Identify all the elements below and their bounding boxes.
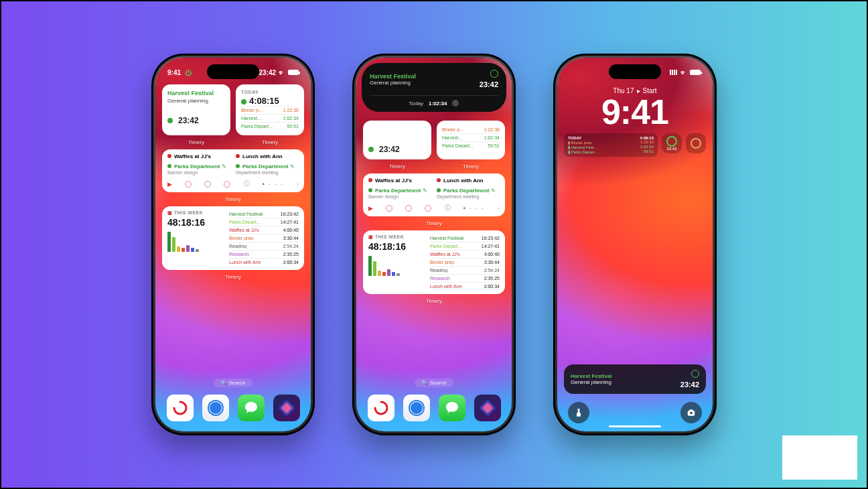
app-icon-safari[interactable] bbox=[403, 395, 430, 421]
lock-widget-timer-ring[interactable]: 23:42 bbox=[662, 133, 682, 153]
page-dots: • · · · bbox=[263, 181, 284, 188]
widget-week-report[interactable]: ▣ THIS WEEK 48:18:16 Harvest Festival16:… bbox=[162, 206, 304, 270]
info-icon[interactable]: ⓘ bbox=[445, 204, 451, 212]
today-item: Harvest…1:02:34 bbox=[241, 114, 299, 122]
home-widgets: 23:42 Binder p…1:22:30 Harvest…1:02:34 P… bbox=[356, 58, 512, 431]
saved-timer[interactable]: Parks Department ✎Banner design bbox=[167, 163, 230, 176]
page-dots: • · · · bbox=[463, 205, 485, 212]
widget-saved-timers[interactable]: Waffles at JJ's Parks Department ✎Banner… bbox=[162, 149, 304, 192]
camera-button[interactable] bbox=[680, 402, 702, 423]
circle-icon bbox=[236, 154, 240, 158]
today-item: Parks Department59:51 bbox=[442, 141, 500, 149]
ring-icon bbox=[666, 136, 677, 147]
record-icon bbox=[368, 147, 374, 152]
saved-timer[interactable]: Parks Department ✎Department meeting bbox=[437, 188, 500, 200]
stop-icon[interactable] bbox=[691, 370, 699, 378]
widget-current-timer[interactable]: 23:42 bbox=[363, 121, 431, 159]
app-icon-shortcuts[interactable] bbox=[273, 395, 300, 421]
lock-time: 9:41 bbox=[557, 94, 713, 129]
timer-icon[interactable] bbox=[224, 181, 230, 188]
app-icon-safari[interactable] bbox=[202, 395, 229, 421]
week-item: Reading2:54:24 bbox=[229, 242, 299, 250]
lock-live-activity[interactable]: Harvest Festival General planning 23:42 bbox=[564, 364, 706, 394]
today-item: Binder p…1:22:30 bbox=[241, 106, 299, 114]
today-item: Parks Department59:51 bbox=[241, 122, 299, 130]
timer-icon[interactable] bbox=[425, 205, 431, 212]
week-bar-chart bbox=[368, 255, 425, 276]
saved-timer[interactable]: Parks Department ✎Banner design bbox=[368, 188, 431, 200]
home-indicator[interactable] bbox=[609, 425, 661, 427]
phone-homescreen: 9:41 ⏻ 23:42 ᯤ Harvest Festival General … bbox=[151, 54, 315, 435]
saved-timer[interactable]: Waffles at JJ's bbox=[167, 153, 230, 159]
today-item: Binder p…1:22:30 bbox=[442, 126, 500, 133]
week-item: Research2:35:25 bbox=[229, 250, 299, 258]
widget-current-timer[interactable]: Harvest Festival General planning 23:42 bbox=[162, 84, 230, 135]
saved-timer[interactable]: Waffles at JJ's bbox=[368, 178, 431, 184]
ring-icon bbox=[691, 138, 701, 149]
widget-today-summary[interactable]: TODAY 4:08:15 Binder p…1:22:30 Harvest…1… bbox=[236, 84, 304, 135]
app-icon-timery[interactable] bbox=[368, 395, 394, 421]
saved-timer[interactable]: Lunch with Ann bbox=[437, 178, 500, 184]
play-icon[interactable]: ▶ bbox=[368, 205, 373, 212]
svg-point-16 bbox=[690, 412, 693, 415]
circle-icon bbox=[167, 154, 171, 158]
timer-icon[interactable] bbox=[185, 181, 192, 188]
more-icon[interactable]: › bbox=[297, 181, 299, 188]
circle-icon bbox=[167, 164, 171, 168]
spotlight-search[interactable]: 🔍 Search bbox=[415, 378, 453, 387]
flashlight-button[interactable] bbox=[568, 402, 589, 423]
week-item: Waffles at JJ's4:00:40 bbox=[229, 226, 299, 234]
app-icon-messages[interactable] bbox=[439, 395, 465, 421]
info-icon[interactable]: ⓘ bbox=[244, 180, 250, 188]
widget-week-report[interactable]: ▣ THIS WEEK 48:18:16 Harvest Festival16:… bbox=[363, 230, 505, 294]
week-bar-chart bbox=[167, 230, 224, 252]
timer-icon[interactable] bbox=[204, 181, 211, 188]
phone-lockscreen: ᯤ Thu 17 ▸ Start 9:41 TODAY4:08:15 bbox=[553, 54, 717, 435]
lock-widget-extra[interactable] bbox=[686, 133, 706, 153]
record-icon bbox=[167, 118, 173, 123]
widget-saved-timers[interactable]: Waffles at JJ's Parks Department ✎Banner… bbox=[363, 173, 505, 216]
app-icon-timery[interactable] bbox=[167, 395, 194, 421]
dock bbox=[162, 391, 304, 425]
phone-dynamic-island-expanded: Harvest Festival General planning 23:42 … bbox=[352, 54, 516, 435]
lock-widget-today[interactable]: TODAY4:08:15 ▮ Binder prep1:22:30 ▮ Harv… bbox=[564, 133, 658, 157]
saved-timer[interactable]: Lunch with Ann bbox=[236, 153, 299, 159]
timer-icon[interactable] bbox=[386, 205, 392, 212]
spotlight-search[interactable]: 🔍 Search bbox=[214, 378, 252, 387]
week-item: Harvest Festival16:23:42 bbox=[229, 210, 299, 218]
week-item: Binder prep3:30:44 bbox=[229, 234, 299, 242]
dock bbox=[363, 391, 505, 425]
home-widgets: Harvest Festival General planning 23:42 … bbox=[155, 58, 311, 431]
overlay-box bbox=[782, 435, 857, 480]
record-icon bbox=[241, 99, 246, 104]
svg-rect-17 bbox=[690, 409, 693, 411]
more-icon[interactable]: › bbox=[498, 205, 500, 212]
app-icon-shortcuts[interactable] bbox=[474, 395, 501, 421]
week-item: Lunch with Ann2:00:34 bbox=[229, 258, 299, 266]
timer-icon[interactable] bbox=[405, 205, 412, 212]
week-item: Parks Departmen…14:27:41 bbox=[229, 218, 299, 226]
today-item: Harvest…1:02:34 bbox=[442, 133, 500, 141]
circle-icon bbox=[236, 164, 240, 168]
widget-today-summary[interactable]: Binder p…1:22:30 Harvest…1:02:34 Parks D… bbox=[437, 121, 505, 159]
saved-timer[interactable]: Parks Department ✎Department meeting bbox=[236, 163, 299, 176]
promo-stage: 9:41 ⏻ 23:42 ᯤ Harvest Festival General … bbox=[0, 0, 868, 489]
app-icon-messages[interactable] bbox=[238, 395, 265, 421]
play-icon[interactable]: ▶ bbox=[167, 181, 172, 188]
current-elapsed: 23:42 bbox=[178, 116, 199, 125]
